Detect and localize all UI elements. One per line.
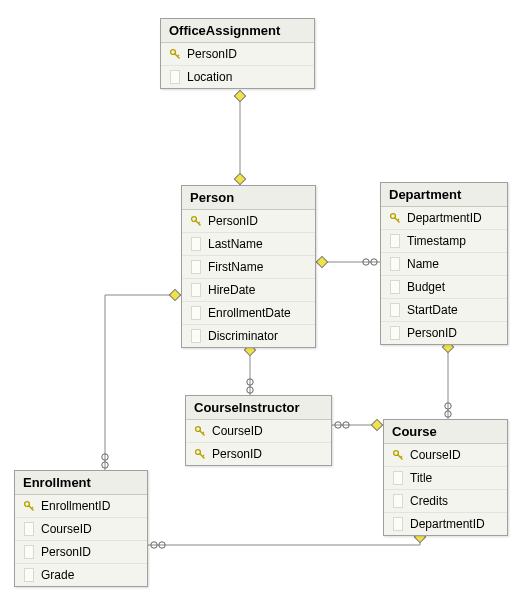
column-name: PersonID <box>183 47 237 61</box>
entity-title: Enrollment <box>15 471 147 495</box>
blank-key <box>387 303 403 317</box>
key-icon <box>390 449 406 461</box>
column-name: Credits <box>406 494 448 508</box>
column-row[interactable]: HireDate <box>182 278 315 301</box>
blank-key <box>387 280 403 294</box>
column-row[interactable]: Name <box>381 252 507 275</box>
column-row[interactable]: FirstName <box>182 255 315 278</box>
key-icon <box>21 500 37 512</box>
blank-key <box>21 545 37 559</box>
blank-key <box>21 568 37 582</box>
rel-department-course <box>442 341 453 419</box>
blank-key <box>390 471 406 485</box>
column-name: PersonID <box>204 214 258 228</box>
column-name: CourseID <box>37 522 92 536</box>
entity-columns: PersonIDLocation <box>161 43 314 88</box>
blank-key <box>188 237 204 251</box>
column-row[interactable]: Title <box>384 466 507 489</box>
column-name: CourseID <box>208 424 263 438</box>
svg-line-28 <box>32 507 34 509</box>
blank-key <box>390 517 406 531</box>
pk-column-row[interactable]: DepartmentID <box>381 207 507 229</box>
column-name: Timestamp <box>403 234 466 248</box>
key-icon <box>192 448 208 460</box>
pk-column-row[interactable]: PersonID <box>182 210 315 232</box>
column-name: Name <box>403 257 439 271</box>
column-name: StartDate <box>403 303 458 317</box>
column-row[interactable]: EnrollmentDate <box>182 301 315 324</box>
entity-title: CourseInstructor <box>186 396 331 420</box>
blank-key <box>387 326 403 340</box>
rel-person-department <box>316 256 380 267</box>
column-row[interactable]: Discriminator <box>182 324 315 347</box>
rel-person-courseinstructor <box>244 344 255 395</box>
pk-column-row[interactable]: EnrollmentID <box>15 495 147 517</box>
pk-column-row[interactable]: PersonID <box>186 442 331 465</box>
blank-key <box>390 494 406 508</box>
column-name: PersonID <box>37 545 91 559</box>
rel-courseinstructor-course <box>332 419 383 430</box>
entity-columns: CourseIDPersonID <box>186 420 331 465</box>
entity-person[interactable]: Person PersonIDLastNameFirstNameHireDate… <box>181 185 316 348</box>
column-row[interactable]: PersonID <box>381 321 507 344</box>
svg-line-25 <box>401 456 403 458</box>
column-name: HireDate <box>204 283 255 297</box>
svg-line-10 <box>178 55 180 57</box>
blank-key <box>167 70 183 84</box>
pk-column-row[interactable]: CourseID <box>186 420 331 442</box>
column-name: CourseID <box>406 448 461 462</box>
entity-courseinstructor[interactable]: CourseInstructor CourseIDPersonID <box>185 395 332 466</box>
pk-column-row[interactable]: CourseID <box>384 444 507 466</box>
rel-person-enrollment <box>102 289 181 470</box>
entity-enrollment[interactable]: Enrollment EnrollmentIDCourseIDPersonIDG… <box>14 470 148 587</box>
entity-course[interactable]: Course CourseIDTitleCreditsDepartmentID <box>383 419 508 536</box>
key-icon <box>387 212 403 224</box>
column-name: Budget <box>403 280 445 294</box>
column-name: EnrollmentDate <box>204 306 291 320</box>
column-row[interactable]: LastName <box>182 232 315 255</box>
column-row[interactable]: Timestamp <box>381 229 507 252</box>
column-name: DepartmentID <box>403 211 482 225</box>
column-name: DepartmentID <box>406 517 485 531</box>
svg-line-16 <box>398 219 400 221</box>
column-row[interactable]: Credits <box>384 489 507 512</box>
column-row[interactable]: Budget <box>381 275 507 298</box>
entity-columns: CourseIDTitleCreditsDepartmentID <box>384 444 507 535</box>
key-icon <box>167 48 183 60</box>
column-name: Location <box>183 70 232 84</box>
pk-column-row[interactable]: PersonID <box>161 43 314 65</box>
column-row[interactable]: StartDate <box>381 298 507 321</box>
entity-title: Department <box>381 183 507 207</box>
blank-key <box>188 283 204 297</box>
column-row[interactable]: DepartmentID <box>384 512 507 535</box>
entity-columns: DepartmentIDTimestampNameBudgetStartDate… <box>381 207 507 344</box>
column-name: Discriminator <box>204 329 278 343</box>
column-row[interactable]: Location <box>161 65 314 88</box>
column-name: Title <box>406 471 432 485</box>
entity-title: OfficeAssignment <box>161 19 314 43</box>
svg-line-22 <box>203 455 205 457</box>
column-name: PersonID <box>403 326 457 340</box>
entity-columns: EnrollmentIDCourseIDPersonIDGrade <box>15 495 147 586</box>
entity-title: Course <box>384 420 507 444</box>
blank-key <box>387 257 403 271</box>
column-row[interactable]: Grade <box>15 563 147 586</box>
entity-columns: PersonIDLastNameFirstNameHireDateEnrollm… <box>182 210 315 347</box>
blank-key <box>21 522 37 536</box>
key-icon <box>188 215 204 227</box>
entity-department[interactable]: Department DepartmentIDTimestampNameBudg… <box>380 182 508 345</box>
rel-officeassignment-person <box>234 90 245 185</box>
svg-line-19 <box>203 432 205 434</box>
blank-key <box>387 234 403 248</box>
column-name: PersonID <box>208 447 262 461</box>
column-name: Grade <box>37 568 74 582</box>
er-diagram-canvas: OfficeAssignment PersonIDLocation Person… <box>0 0 523 603</box>
column-row[interactable]: PersonID <box>15 540 147 563</box>
blank-key <box>188 306 204 320</box>
blank-key <box>188 329 204 343</box>
column-name: EnrollmentID <box>37 499 110 513</box>
entity-officeassignment[interactable]: OfficeAssignment PersonIDLocation <box>160 18 315 89</box>
column-name: FirstName <box>204 260 263 274</box>
svg-line-13 <box>199 222 201 224</box>
column-row[interactable]: CourseID <box>15 517 147 540</box>
